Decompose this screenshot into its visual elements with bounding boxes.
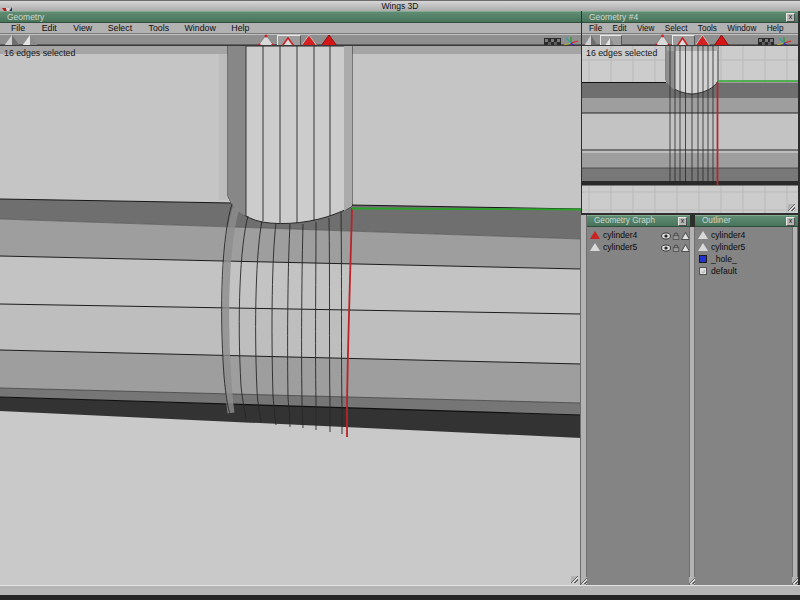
outliner-item-hole-material[interactable]: _hole_	[695, 253, 792, 265]
material-icon	[699, 267, 707, 275]
menu-edit[interactable]: Edit	[611, 23, 627, 34]
item-name: cylinder4	[711, 229, 745, 241]
geometry-graph-row-cylinder4[interactable]: cylinder4	[587, 229, 689, 241]
object-icon	[698, 243, 708, 251]
resize-grip[interactable]	[571, 576, 578, 583]
geometry-window-scrollbar[interactable]	[580, 215, 587, 586]
close-icon[interactable]: x	[786, 13, 795, 22]
object-icon	[590, 231, 600, 239]
geometry-window-titlebar[interactable]: Geometry	[0, 11, 582, 23]
menu-help[interactable]: Help	[766, 23, 785, 34]
window-divider	[582, 213, 798, 215]
status-bar: L:Select M:Tumble [Shift]+M:Track [Ctrl]…	[0, 585, 800, 595]
outliner-title: Outliner	[702, 216, 731, 225]
outliner-item-cylinder5[interactable]: cylinder5	[695, 241, 792, 253]
close-icon[interactable]: x	[678, 217, 687, 226]
outliner-panel: cylinder4 cylinder5 _hole_ default	[695, 227, 792, 586]
material-icon	[699, 255, 707, 263]
outliner-titlebar[interactable]: Outliner x	[695, 215, 798, 227]
geometry4-toolbar	[582, 34, 798, 45]
geometry-graph-row-cylinder5[interactable]: cylinder5	[587, 241, 689, 253]
geometry-graph-titlebar[interactable]: Geometry Graph x	[587, 215, 690, 227]
geometry-graph-title: Geometry Graph	[594, 216, 655, 225]
menu-view[interactable]: View	[72, 23, 93, 34]
lock-icon[interactable]	[672, 243, 680, 255]
menu-window[interactable]: Window	[726, 23, 757, 34]
selection-info: 16 edges selected	[586, 48, 657, 58]
menu-window[interactable]: Window	[184, 23, 217, 34]
outliner-item-default-material[interactable]: default	[695, 265, 792, 277]
item-name: default	[711, 265, 737, 277]
geometry-window-title: Geometry	[7, 12, 44, 22]
object-icon	[698, 231, 708, 239]
geometry4-viewport-canvas	[582, 46, 798, 214]
menu-tools[interactable]: Tools	[148, 23, 171, 34]
geometry-graph-panel: cylinder4 cylinder5	[587, 227, 689, 586]
window-titlebar[interactable]: Wings 3D	[0, 0, 800, 11]
menu-help[interactable]: Help	[230, 23, 250, 34]
main-viewport-canvas	[0, 46, 581, 586]
selection-info: 16 edges selected	[4, 48, 75, 58]
bottom-border	[0, 595, 800, 600]
menu-select[interactable]: Select	[107, 23, 133, 34]
geometry-toolbar	[0, 34, 582, 45]
object-icon	[590, 243, 600, 251]
close-icon[interactable]: x	[786, 217, 795, 226]
outliner-item-cylinder4[interactable]: cylinder4	[695, 229, 792, 241]
item-name: cylinder5	[711, 241, 745, 253]
main-3d-viewport[interactable]: 16 edges selected	[0, 45, 581, 585]
wings3d-app: Wings 3D Geometry File Edit View Select …	[0, 0, 800, 600]
item-name: _hole_	[711, 253, 737, 265]
eye-icon[interactable]	[661, 243, 671, 255]
menu-view[interactable]: View	[636, 23, 656, 34]
geometry4-3d-viewport[interactable]: 16 edges selected	[582, 45, 798, 213]
resize-grip[interactable]	[788, 204, 795, 211]
geometry-menubar: File Edit View Select Tools Window Help	[0, 23, 582, 34]
object-name: cylinder4	[603, 229, 637, 241]
geometry4-menubar: File Edit View Select Tools Window Help	[582, 23, 798, 34]
geometry4-titlebar[interactable]: Geometry #4 x	[582, 11, 798, 23]
geometry4-title: Geometry #4	[589, 12, 638, 22]
menu-edit[interactable]: Edit	[41, 23, 58, 34]
object-name: cylinder5	[603, 241, 637, 253]
